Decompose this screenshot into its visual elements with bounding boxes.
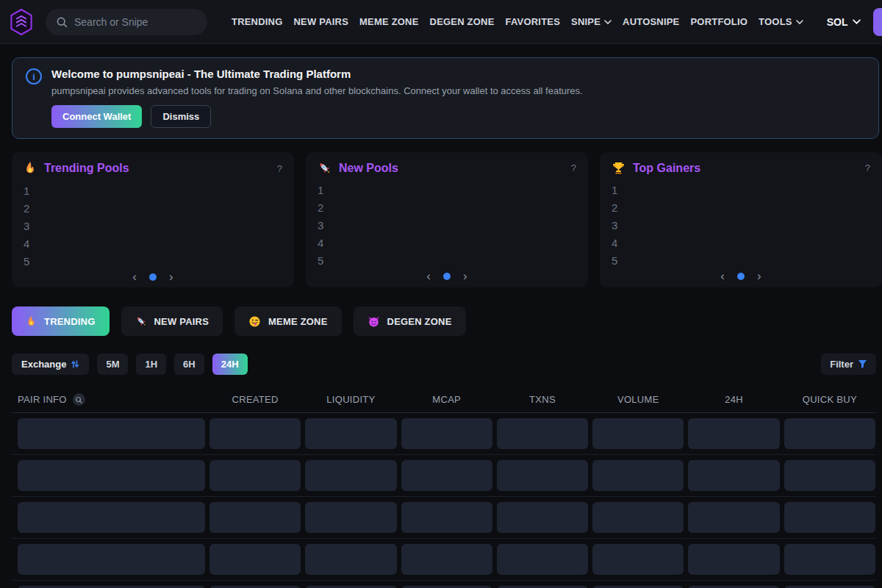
search-input[interactable] [74, 16, 197, 28]
skeleton-cell [784, 502, 875, 533]
rank-item: 5 [612, 252, 870, 270]
skeleton-cell [497, 460, 588, 491]
next-page-icon[interactable]: › [757, 270, 761, 282]
nav-item-favorites[interactable]: FAVORITES [506, 16, 561, 27]
card-rank-list: 1 2 3 4 5 [24, 182, 282, 270]
flame-icon [24, 161, 37, 176]
nav-item-new-pairs[interactable]: NEW PAIRS [294, 16, 349, 27]
table-header-row: PAIR INFO CREATED LIQUIDITY MCAP TXNS VO… [12, 387, 875, 413]
timeframe-24h-button[interactable]: 24H [212, 354, 248, 375]
page-dot[interactable] [443, 273, 451, 280]
chevron-down-icon [604, 20, 612, 24]
column-header-txns[interactable]: TXNS [497, 394, 588, 405]
tab-trending[interactable]: TRENDING [12, 306, 110, 336]
page-dot[interactable] [737, 273, 745, 280]
card-header: Top Gainers ? [612, 161, 870, 175]
flame-icon [26, 315, 37, 328]
help-icon[interactable]: ? [865, 162, 870, 173]
skeleton-cell [688, 544, 779, 575]
filter-row: Exchange 5M 1H 6H 24H Filter [12, 354, 876, 375]
trending-pools-card: Trending Pools ? 1 2 3 4 5 ‹ › [12, 152, 294, 287]
currency-select[interactable]: SOL [827, 16, 861, 28]
search-bar[interactable] [46, 9, 207, 35]
banner-title: Welcome to pumpsnipeai - The Ultimate Tr… [51, 68, 583, 80]
exchange-sort-button[interactable]: Exchange [12, 354, 89, 375]
column-header-quick-buy[interactable]: QUICK BUY [784, 394, 875, 405]
card-rank-list: 1 2 3 4 5 [612, 182, 870, 270]
prev-page-icon[interactable]: ‹ [426, 270, 431, 282]
nav-item-autosnipe[interactable]: AUTOSNIPE [623, 16, 679, 27]
table-row [12, 413, 875, 455]
page-dot[interactable] [149, 273, 157, 281]
help-icon[interactable]: ? [277, 163, 282, 174]
app-logo-icon[interactable] [7, 7, 35, 37]
prev-page-icon[interactable]: ‹ [132, 270, 137, 283]
tab-degen-zone[interactable]: DEGEN ZONE [354, 306, 466, 336]
column-header-pair-info[interactable]: PAIR INFO [18, 393, 205, 406]
card-pagination: ‹ › [24, 270, 282, 286]
skeleton-cell [305, 544, 396, 575]
help-icon[interactable]: ? [571, 162, 576, 173]
skeleton-cell [18, 418, 205, 449]
skeleton-cell [305, 502, 396, 533]
column-header-24h[interactable]: 24H [688, 394, 779, 405]
tab-meme-zone[interactable]: MEME ZONE [234, 306, 342, 336]
table-row [12, 539, 875, 581]
banner-connect-wallet-button[interactable]: Connect Wallet [51, 105, 142, 128]
column-header-created[interactable]: CREATED [209, 394, 301, 405]
welcome-banner: i Welcome to pumpsnipeai - The Ultimate … [12, 57, 879, 139]
table-search-icon[interactable] [73, 393, 85, 406]
timeframe-5m-button[interactable]: 5M [97, 354, 128, 375]
tab-new-pairs[interactable]: NEW PAIRS [121, 306, 223, 336]
pools-cards: Trending Pools ? 1 2 3 4 5 ‹ › [12, 152, 882, 287]
rank-item: 2 [318, 199, 576, 217]
column-header-volume[interactable]: VOLUME [592, 394, 684, 405]
search-icon [56, 16, 68, 28]
card-header: New Pools ? [318, 161, 576, 175]
nav-item-tools-dropdown[interactable]: TOOLS [759, 16, 803, 27]
table-row [12, 497, 875, 539]
funnel-icon [858, 359, 867, 369]
devil-face-icon [368, 315, 380, 328]
skeleton-cell [209, 418, 301, 449]
nav-item-snipe-dropdown[interactable]: SNIPE [571, 16, 612, 27]
rank-item: 1 [24, 182, 282, 200]
nav-item-trending[interactable]: TRENDING [232, 16, 283, 27]
column-header-mcap[interactable]: MCAP [401, 394, 492, 405]
prev-page-icon[interactable]: ‹ [720, 270, 725, 282]
filter-button[interactable]: Filter [821, 354, 876, 375]
timeframe-6h-button[interactable]: 6H [174, 354, 204, 375]
next-page-icon[interactable]: › [169, 270, 173, 283]
connect-wallet-button[interactable]: Connect [873, 8, 882, 36]
card-header: Trending Pools ? [24, 161, 282, 176]
nav-item-degen-zone[interactable]: DEGEN ZONE [430, 16, 495, 27]
banner-description: pumpsnipeai provides advanced tools for … [51, 85, 583, 96]
banner-dismiss-button[interactable]: Dismiss [151, 105, 211, 128]
next-page-icon[interactable]: › [463, 270, 467, 282]
chevron-down-icon [796, 20, 803, 24]
top-gainers-card: Top Gainers ? 1 2 3 4 5 ‹ › [600, 152, 882, 287]
nav-item-portfolio[interactable]: PORTFOLIO [690, 16, 747, 27]
card-rank-list: 1 2 3 4 5 [318, 182, 576, 270]
nav-item-meme-zone[interactable]: MEME ZONE [359, 16, 419, 27]
new-pools-card: New Pools ? 1 2 3 4 5 ‹ › [306, 152, 588, 287]
skeleton-cell [688, 460, 779, 491]
skeleton-cell [592, 502, 684, 533]
rank-item: 2 [612, 199, 870, 217]
rank-item: 4 [612, 234, 870, 252]
skeleton-cell [209, 460, 301, 491]
rank-item: 1 [612, 182, 870, 199]
skeleton-cell [784, 460, 875, 491]
skeleton-cell [401, 418, 492, 449]
skeleton-cell [784, 544, 875, 575]
rank-item: 4 [24, 235, 282, 253]
skeleton-cell [401, 460, 492, 491]
rank-item: 1 [318, 182, 576, 199]
zone-tabs: TRENDING NEW PAIRS MEME ZONE [12, 306, 882, 336]
rank-item: 3 [612, 217, 870, 234]
card-title: Top Gainers [633, 162, 700, 175]
timeframe-1h-button[interactable]: 1H [136, 354, 166, 375]
skeleton-cell [401, 544, 492, 575]
column-header-liquidity[interactable]: LIQUIDITY [305, 394, 396, 405]
rank-item: 3 [24, 218, 282, 235]
